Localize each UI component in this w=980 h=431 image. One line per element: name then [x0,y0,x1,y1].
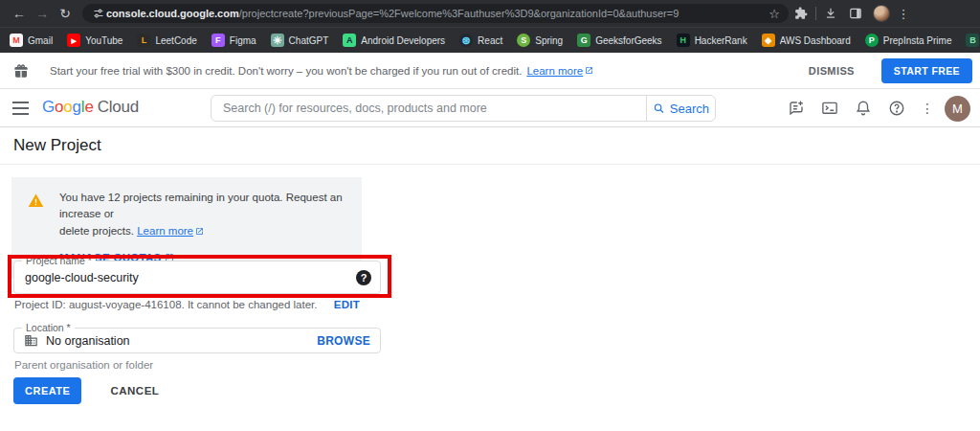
android-favicon: A [343,34,356,47]
edit-project-id-link[interactable]: EDIT [334,299,360,310]
logo-cloud-text: Cloud [98,98,139,117]
header-more-options-icon[interactable]: ⋮ [921,101,930,116]
bookmarks-bar: MGmail ▶YouTube LLeetCode FFigma ✳ChatGP… [0,27,980,53]
bookmark-prepinsta-prime[interactable]: PPrepInsta Prime [865,34,952,47]
bookmark-figma[interactable]: FFigma [212,34,256,47]
hamburger-menu-icon[interactable] [12,102,29,115]
learn-more-label: Learn more [526,65,583,77]
extensions-puzzle-icon[interactable] [789,2,813,25]
cancel-button[interactable]: CANCEL [104,384,165,397]
new-project-page: New Project You have 12 projects remaini… [0,127,980,431]
bookmark-hackerrank[interactable]: HHackerRank [677,34,747,47]
reload-icon[interactable]: ↻ [54,6,77,21]
cloud-shell-icon[interactable] [820,99,839,118]
browser-menu-icon[interactable]: ⋮ [895,7,912,21]
project-name-input[interactable] [14,261,380,293]
hackerrank-favicon: H [677,34,690,47]
bookmark-youtube[interactable]: ▶YouTube [67,34,122,47]
logo-letter: o [55,98,63,117]
bookmark-label: HackerRank [695,35,747,46]
quota-line-1: You have 12 projects remaining in your q… [59,192,343,219]
browser-profile-avatar[interactable] [873,5,890,22]
bookmark-label: Android Developers [361,35,445,46]
prepinsta-favicon: P [865,34,879,47]
release-notes-icon[interactable] [787,99,806,118]
aws-favicon: ◈ [762,34,775,47]
address-bar[interactable]: console.cloud.google.com/projectcreate?p… [82,4,789,23]
external-link-icon [195,227,204,236]
toolbar-separator [815,7,816,20]
bookmark-baeldung[interactable]: BBaeldung [966,34,980,47]
bookmark-react[interactable]: ⊛React [459,34,502,47]
gcp-search-bar: Search [211,95,716,122]
bookmark-leetcode[interactable]: LLeetCode [137,34,196,47]
url-text: console.cloud.google.com/projectcreate?p… [106,8,763,19]
create-button[interactable]: CREATE [13,377,81,404]
quota-warning-text: You have 12 projects remaining in your q… [59,190,350,266]
gcp-header: Google Cloud Search ⋮ M [0,89,980,127]
project-id-row: Project ID: august-voyage-416108. It can… [14,299,360,310]
google-cloud-logo[interactable]: Google Cloud [42,98,139,117]
bookmark-label: ChatGPT [289,35,329,46]
bookmark-label: YouTube [85,35,122,46]
bookmark-star-icon[interactable]: ☆ [768,7,780,21]
account-avatar[interactable]: M [945,96,970,122]
logo-letter: g [73,98,81,117]
gcp-search-input[interactable] [212,96,646,121]
browser-window: ← → ↻ console.cloud.google.com/projectcr… [0,0,980,431]
gcp-search-button[interactable]: Search [646,96,715,121]
quota-line-2: delete projects. [59,225,134,237]
downloads-icon[interactable] [818,2,843,25]
chatgpt-favicon: ✳ [271,34,284,47]
bookmark-label: Spring [535,35,563,46]
location-value: No organisation [46,334,309,348]
bookmark-android-developers[interactable]: AAndroid Developers [343,34,445,47]
bookmark-label: GeeksforGeeks [595,35,661,46]
spring-favicon: S [517,34,530,47]
search-icon [653,102,665,115]
bookmark-aws-dashboard[interactable]: ◈AWS Dashboard [762,34,851,47]
free-trial-banner: Start your free trial with $300 in credi… [0,53,980,89]
bookmark-label: PrepInsta Prime [883,35,952,46]
back-icon[interactable]: ← [8,6,31,21]
bookmark-label: Gmail [28,35,53,46]
learn-more-label: Learn more [137,223,193,239]
bookmark-label: AWS Dashboard [780,35,851,46]
browser-toolbar: ← → ↻ console.cloud.google.com/projectcr… [0,0,980,27]
side-panel-icon[interactable] [843,2,868,25]
figma-favicon: F [212,34,225,47]
notifications-bell-icon[interactable] [854,99,873,118]
quota-learn-more-link[interactable]: Learn more [137,223,204,239]
bookmark-spring[interactable]: SSpring [517,34,563,47]
bookmark-label: Figma [230,35,256,46]
dismiss-button[interactable]: DISMISS [803,64,860,78]
start-free-button[interactable]: START FREE [881,58,972,83]
location-label: Location * [22,322,75,333]
site-settings-tune-icon[interactable] [91,4,106,23]
gmail-favicon: M [10,34,23,47]
field-help-icon[interactable]: ? [356,270,371,285]
search-button-label: Search [670,102,709,116]
project-name-field: Project name * ? [13,261,381,294]
bookmark-gmail[interactable]: MGmail [10,34,53,47]
youtube-favicon: ▶ [67,34,80,47]
react-favicon: ⊛ [459,34,473,47]
banner-learn-more-link[interactable]: Learn more [526,65,593,77]
location-field[interactable]: Location * No organisation BROWSE [13,328,381,353]
help-icon[interactable] [887,99,906,118]
logo-letter: o [63,98,72,117]
baeldung-favicon: B [966,34,979,47]
bookmark-geeksforgeeks[interactable]: GGeeksforGeeks [577,34,661,47]
form-actions: CREATE CANCEL [13,377,165,404]
trial-banner-text: Start your free trial with $300 in credi… [50,65,522,77]
forward-icon[interactable]: → [31,6,54,21]
organization-icon [24,333,38,348]
project-id-text: Project ID: august-voyage-416108. It can… [14,299,317,310]
bookmark-chatgpt[interactable]: ✳ChatGPT [271,34,329,47]
browse-button[interactable]: BROWSE [317,334,370,348]
external-link-icon [585,66,593,75]
gcp-header-icons: ⋮ M [787,89,970,127]
bookmark-label: React [478,35,502,46]
logo-letter: G [42,98,55,117]
title-divider [0,164,980,165]
